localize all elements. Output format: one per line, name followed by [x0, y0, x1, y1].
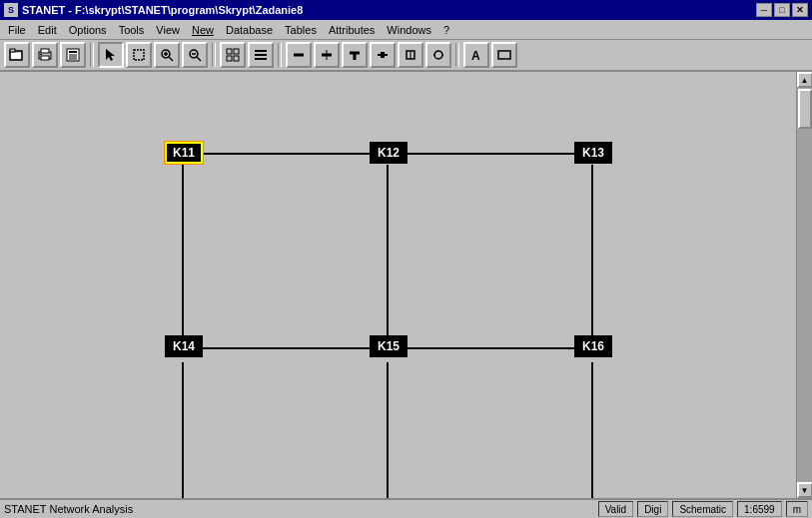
status-scale: 1:6599 — [737, 501, 782, 517]
svg-rect-2 — [11, 53, 21, 59]
open-button[interactable] — [4, 42, 30, 68]
toolbar: A — [0, 40, 812, 72]
node-K12[interactable]: K12 — [370, 142, 407, 164]
scroll-up-button[interactable]: ▲ — [797, 72, 813, 88]
menu-new[interactable]: New — [186, 22, 220, 38]
separator-1 — [90, 43, 94, 67]
node-K13[interactable]: K13 — [574, 142, 612, 164]
svg-rect-4 — [41, 49, 49, 53]
pipe-button[interactable] — [286, 42, 312, 68]
svg-rect-26 — [255, 54, 267, 56]
close-button[interactable]: ✕ — [792, 3, 808, 17]
svg-rect-41 — [498, 51, 510, 59]
svg-rect-1 — [10, 49, 15, 52]
tank-button[interactable] — [398, 42, 423, 68]
svg-marker-34 — [381, 52, 385, 58]
svg-rect-8 — [69, 51, 77, 53]
main-area: K11 K12 K13 K14 K15 K16 K17 K18 K19 ▲ ▼ — [0, 72, 812, 498]
node-K15[interactable]: K15 — [370, 335, 407, 357]
minimize-button[interactable]: ─ — [756, 3, 772, 17]
text-button[interactable]: A — [463, 42, 489, 68]
scroll-track-right[interactable] — [797, 88, 813, 482]
svg-rect-21 — [227, 49, 232, 54]
valve-button[interactable] — [370, 42, 396, 68]
node-K11[interactable]: K11 — [165, 142, 203, 164]
menu-view[interactable]: View — [150, 22, 186, 38]
separator-2 — [212, 43, 216, 67]
tee-button[interactable] — [342, 42, 368, 68]
scroll-thumb-right[interactable] — [798, 89, 812, 129]
menu-file[interactable]: File — [2, 22, 32, 38]
print-button[interactable] — [32, 42, 58, 68]
svg-marker-12 — [106, 49, 115, 61]
menu-help[interactable]: ? — [437, 22, 455, 38]
cursor-button[interactable] — [98, 42, 124, 68]
svg-rect-23 — [227, 56, 232, 61]
menu-database[interactable]: Database — [220, 22, 279, 38]
svg-rect-27 — [255, 58, 267, 60]
select-button[interactable] — [126, 42, 152, 68]
scrollbar-right[interactable]: ▲ ▼ — [796, 72, 812, 498]
status-schematic: Schematic — [672, 501, 733, 517]
zoom-in-button[interactable] — [154, 42, 180, 68]
svg-rect-24 — [234, 56, 239, 61]
svg-rect-6 — [40, 54, 42, 55]
title-bar-left: S STANET - F:\skrypt\STANET\program\Skry… — [4, 3, 303, 17]
maximize-button[interactable]: □ — [774, 3, 790, 17]
menu-attributes[interactable]: Attributes — [323, 22, 381, 38]
svg-point-37 — [434, 51, 442, 59]
svg-rect-22 — [234, 49, 239, 54]
menu-edit[interactable]: Edit — [32, 22, 63, 38]
canvas-area[interactable]: K11 K12 K13 K14 K15 K16 K17 K18 K19 — [0, 72, 796, 498]
grid-button[interactable] — [220, 42, 246, 68]
node-K14[interactable]: K14 — [165, 335, 203, 357]
svg-line-15 — [169, 57, 173, 61]
svg-text:A: A — [471, 49, 480, 62]
menu-options[interactable]: Options — [63, 22, 113, 38]
menu-tools[interactable]: Tools — [113, 22, 151, 38]
status-digi: Digi — [637, 501, 668, 517]
title-text: STANET - F:\skrypt\STANET\program\Skrypt… — [22, 4, 303, 16]
svg-line-19 — [197, 57, 201, 61]
menu-bar: File Edit Options Tools View New Databas… — [0, 20, 812, 40]
separator-4 — [455, 43, 459, 67]
separator-3 — [278, 43, 282, 67]
status-text: STANET Network Analysis — [4, 503, 594, 515]
network-svg — [0, 72, 796, 498]
status-bar: STANET Network Analysis Valid Digi Schem… — [0, 498, 812, 518]
status-unit: m — [786, 501, 808, 517]
app-icon: S — [4, 3, 18, 17]
pipe2-button[interactable] — [314, 42, 340, 68]
title-bar: S STANET - F:\skrypt\STANET\program\Skry… — [0, 0, 812, 20]
node-K16[interactable]: K16 — [574, 335, 612, 357]
menu-tables[interactable]: Tables — [279, 22, 323, 38]
list-button[interactable] — [248, 42, 274, 68]
zoom-out-button[interactable] — [182, 42, 208, 68]
svg-rect-13 — [134, 50, 144, 60]
pump-button[interactable] — [425, 42, 451, 68]
menu-windows[interactable]: Windows — [381, 22, 437, 38]
svg-rect-25 — [255, 50, 267, 52]
svg-rect-5 — [41, 56, 49, 60]
title-controls[interactable]: ─ □ ✕ — [756, 3, 808, 17]
status-valid: Valid — [598, 501, 634, 517]
frame-button[interactable] — [491, 42, 517, 68]
calc-button[interactable] — [60, 42, 86, 68]
scroll-down-button[interactable]: ▼ — [797, 482, 813, 498]
